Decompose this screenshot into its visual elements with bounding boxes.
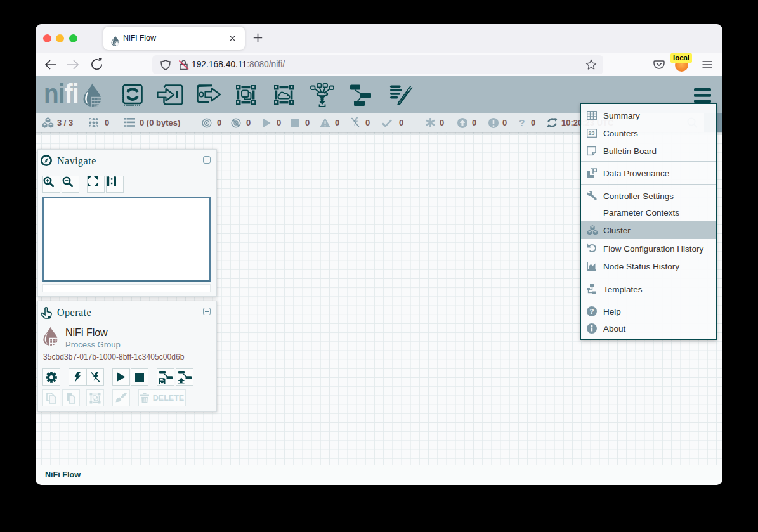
svg-text:?: ? — [590, 308, 594, 315]
svg-text:23: 23 — [589, 130, 595, 136]
svg-text:?: ? — [519, 117, 525, 128]
